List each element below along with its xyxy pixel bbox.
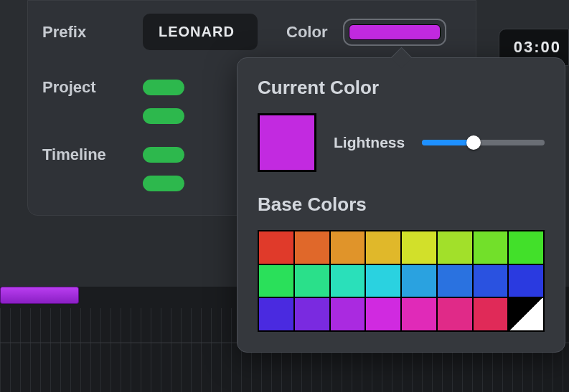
current-color-heading: Current Color [258, 77, 545, 99]
base-color-swatch[interactable] [509, 265, 543, 297]
color-label: Color [286, 23, 327, 42]
project-toggle-2[interactable] [143, 108, 184, 124]
project-label: Project [42, 78, 143, 97]
color-picker-button[interactable] [343, 19, 446, 46]
prefix-input[interactable] [143, 14, 258, 50]
base-color-swatch[interactable] [402, 298, 436, 330]
timeline-toggle-2[interactable] [143, 176, 184, 191]
base-color-swatch[interactable] [295, 231, 329, 264]
base-color-swatch[interactable] [295, 265, 329, 297]
base-color-swatch[interactable] [259, 231, 293, 264]
timeline-label: Timeline [42, 145, 143, 164]
timeline-clip[interactable] [0, 287, 79, 304]
base-color-swatch[interactable] [474, 231, 508, 264]
lightness-track [422, 140, 545, 145]
base-color-swatch[interactable] [331, 231, 365, 264]
current-color-row: Lightness [258, 113, 545, 172]
base-color-swatch[interactable] [259, 298, 293, 330]
lightness-thumb[interactable] [466, 135, 481, 150]
base-color-grid [258, 230, 545, 332]
timeline-toggle-1[interactable] [143, 147, 184, 163]
base-color-swatch[interactable] [366, 298, 400, 330]
current-color-swatch [258, 113, 316, 172]
project-toggle-1[interactable] [143, 80, 184, 95]
base-color-swatch[interactable] [509, 298, 543, 330]
base-color-swatch[interactable] [331, 298, 365, 330]
color-swatch-preview [349, 24, 441, 40]
base-color-swatch[interactable] [509, 231, 543, 264]
base-color-swatch[interactable] [438, 298, 472, 330]
base-color-swatch[interactable] [438, 265, 472, 297]
prefix-label: Prefix [42, 23, 143, 42]
base-color-swatch[interactable] [259, 265, 293, 297]
base-color-swatch[interactable] [366, 231, 400, 264]
color-picker-popover: Current Color Lightness Base Colors [237, 57, 565, 353]
base-color-swatch[interactable] [295, 298, 329, 330]
base-color-swatch[interactable] [402, 231, 436, 264]
base-color-swatch[interactable] [474, 298, 508, 330]
base-color-swatch[interactable] [331, 265, 365, 297]
base-color-swatch[interactable] [474, 265, 508, 297]
base-color-swatch[interactable] [366, 265, 400, 297]
lightness-label: Lightness [334, 134, 405, 151]
base-color-swatch[interactable] [438, 231, 472, 264]
lightness-slider[interactable] [422, 135, 545, 150]
base-colors-heading: Base Colors [258, 193, 545, 216]
base-color-swatch[interactable] [402, 265, 436, 297]
